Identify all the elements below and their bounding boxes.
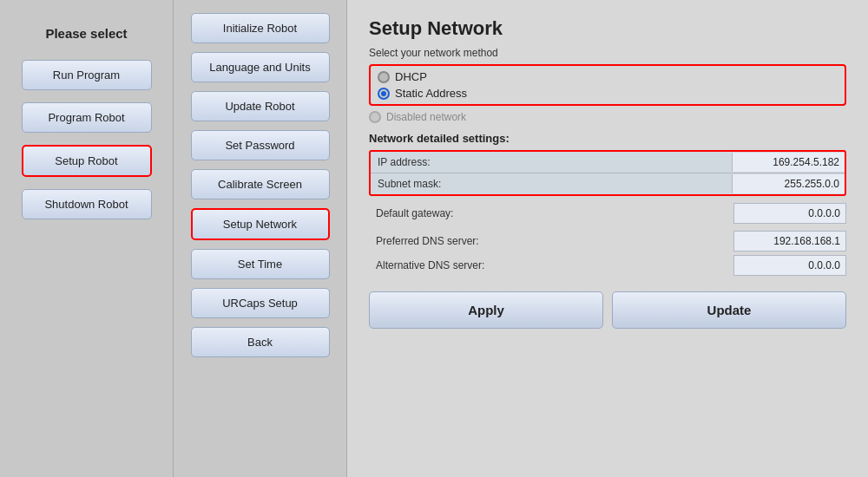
alternative-dns-row: Alternative DNS server: 0.0.0.0 — [369, 255, 846, 276]
action-buttons: Apply Update — [369, 291, 846, 329]
setup-network-title: Setup Network — [369, 17, 846, 40]
language-units-button[interactable]: Language and Units — [191, 52, 330, 82]
panel1-title: Please select — [45, 26, 127, 41]
radio-group-network-method: DHCP Static Address — [369, 64, 846, 106]
update-button[interactable]: Update — [612, 291, 846, 329]
disabled-network-row: Disabled network — [369, 111, 846, 123]
ip-address-label: IP address: — [371, 152, 732, 173]
setup-robot-button[interactable]: Setup Robot — [22, 145, 152, 177]
run-program-button[interactable]: Run Program — [22, 60, 152, 90]
static-address-radio-circle[interactable] — [378, 88, 390, 100]
calibrate-screen-button[interactable]: Calibrate Screen — [191, 169, 330, 199]
ip-address-value[interactable]: 169.254.5.182 — [732, 153, 845, 172]
subnet-mask-value[interactable]: 255.255.0.0 — [732, 174, 845, 193]
dhcp-label: DHCP — [395, 70, 427, 83]
disabled-network-radio-circle — [369, 111, 381, 123]
alternative-dns-value[interactable]: 0.0.0.0 — [733, 255, 846, 276]
subnet-mask-row: Subnet mask: 255.255.0.0 — [371, 173, 845, 194]
alternative-dns-label: Alternative DNS server: — [369, 256, 733, 275]
panel-setup-network: Setup Network Select your network method… — [347, 0, 868, 477]
default-gateway-row: Default gateway: 0.0.0.0 — [369, 203, 846, 224]
static-address-radio[interactable]: Static Address — [378, 87, 838, 100]
default-gateway-value[interactable]: 0.0.0.0 — [733, 203, 846, 224]
dhcp-radio-circle[interactable] — [378, 71, 390, 83]
back-button[interactable]: Back — [191, 327, 330, 357]
dhcp-radio[interactable]: DHCP — [378, 70, 838, 83]
program-robot-button[interactable]: Program Robot — [22, 102, 152, 133]
urcaps-setup-button[interactable]: URCaps Setup — [191, 288, 330, 318]
dns-section: Preferred DNS server: 192.168.168.1 Alte… — [369, 231, 846, 279]
panel-please-select: Please select Run Program Program Robot … — [0, 0, 174, 477]
network-details-label: Network detailed settings: — [369, 132, 846, 145]
initialize-robot-button[interactable]: Initialize Robot — [191, 13, 330, 43]
update-robot-button[interactable]: Update Robot — [191, 91, 330, 121]
network-method-label: Select your network method — [369, 47, 846, 59]
set-time-button[interactable]: Set Time — [191, 249, 330, 279]
subnet-mask-label: Subnet mask: — [371, 173, 732, 194]
panel-setup-robot: Initialize Robot Language and Units Upda… — [174, 0, 347, 477]
preferred-dns-label: Preferred DNS server: — [369, 232, 733, 251]
apply-button[interactable]: Apply — [369, 291, 603, 329]
static-address-label: Static Address — [395, 87, 467, 100]
shutdown-robot-button[interactable]: Shutdown Robot — [22, 189, 152, 219]
set-password-button[interactable]: Set Password — [191, 130, 330, 160]
default-gateway-label: Default gateway: — [369, 204, 733, 223]
setup-network-button[interactable]: Setup Network — [191, 208, 330, 240]
network-fields-table: IP address: 169.254.5.182 Subnet mask: 2… — [369, 150, 846, 196]
disabled-network-label: Disabled network — [386, 111, 466, 123]
preferred-dns-row: Preferred DNS server: 192.168.168.1 — [369, 231, 846, 252]
ip-address-row: IP address: 169.254.5.182 — [371, 152, 845, 173]
preferred-dns-value[interactable]: 192.168.168.1 — [733, 231, 846, 252]
